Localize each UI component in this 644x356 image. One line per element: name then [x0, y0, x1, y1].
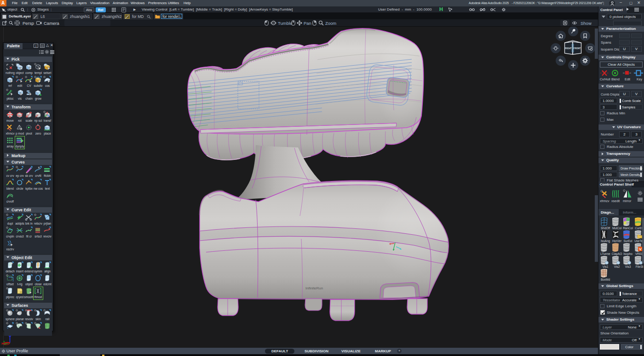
svg-text:Y: Y — [3, 340, 5, 343]
svg-text:V: V — [639, 247, 642, 251]
svg-text:X: X — [1, 342, 3, 345]
svg-text:RIGHT: RIGHT — [565, 47, 571, 50]
svg-text:InfiniteRun: InfiniteRun — [305, 286, 323, 290]
svg-text:FRONT: FRONT — [574, 47, 581, 50]
